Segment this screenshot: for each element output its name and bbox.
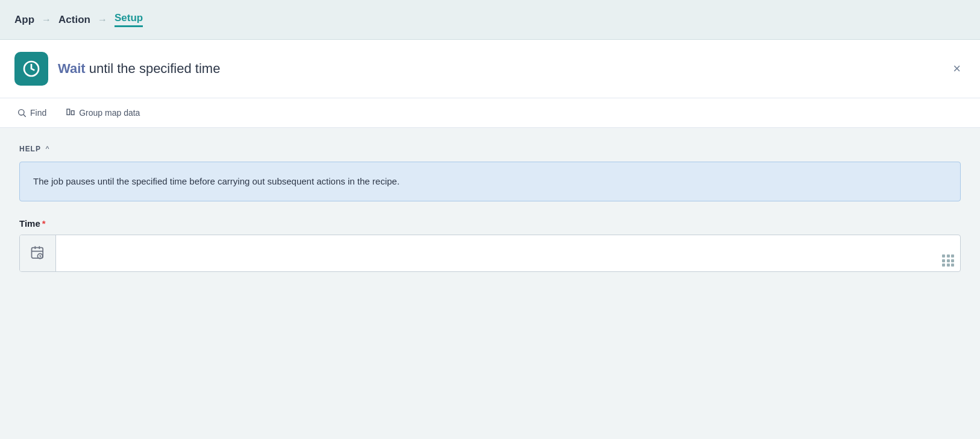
time-label-text: Time: [19, 218, 40, 229]
calendar-icon-button[interactable]: [20, 235, 56, 271]
clock-icon: [22, 59, 41, 78]
grid-dot: [951, 259, 954, 262]
svg-rect-3: [67, 109, 70, 115]
svg-line-2: [24, 115, 26, 117]
breadcrumb-arrow-2: →: [98, 14, 107, 25]
formula-icon-button[interactable]: [936, 235, 960, 271]
svg-point-1: [19, 110, 24, 115]
calendar-clock-icon: [30, 245, 46, 262]
find-button[interactable]: Find: [14, 104, 49, 121]
grid-dot: [951, 264, 954, 267]
breadcrumb-app[interactable]: App: [14, 14, 34, 26]
time-required-marker: *: [42, 218, 46, 229]
title-rest: until the specified time: [86, 61, 221, 76]
time-field-section: Time *: [19, 218, 961, 272]
grid-dot: [942, 259, 945, 262]
title-highlight: Wait: [58, 61, 86, 76]
svg-rect-4: [72, 111, 75, 115]
wait-icon-box: [14, 52, 48, 86]
search-icon: [17, 108, 27, 118]
time-field-label: Time *: [19, 218, 961, 229]
help-label: HELP: [19, 145, 41, 153]
title-left: Wait until the specified time: [14, 52, 220, 86]
grid-dot: [942, 264, 945, 267]
help-description: The job pauses until the specified time …: [33, 174, 947, 189]
help-chevron-icon: ^: [46, 145, 49, 153]
breadcrumb-setup[interactable]: Setup: [115, 12, 143, 27]
group-map-button[interactable]: Group map data: [63, 104, 142, 121]
toolbar-row: Find Group map data: [0, 98, 980, 128]
group-map-label: Group map data: [79, 108, 140, 118]
group-map-icon: [66, 108, 75, 118]
title-row: Wait until the specified time ×: [0, 40, 980, 98]
breadcrumb-arrow-1: →: [42, 14, 51, 25]
main-panel: Wait until the specified time × Find Gro…: [0, 40, 980, 439]
find-label: Find: [30, 108, 46, 118]
help-box: The job pauses until the specified time …: [19, 162, 961, 201]
grid-dot: [942, 254, 945, 257]
grid-dot: [951, 254, 954, 257]
grid-dot: [947, 259, 950, 262]
content-area: HELP ^ The job pauses until the specifie…: [0, 128, 980, 439]
close-button[interactable]: ×: [948, 60, 966, 78]
breadcrumb-action[interactable]: Action: [58, 14, 90, 26]
grid-dot: [947, 264, 950, 267]
grid-icon: [942, 254, 954, 267]
help-section-header[interactable]: HELP ^: [19, 145, 961, 153]
time-input-field[interactable]: [56, 235, 936, 271]
page-title: Wait until the specified time: [58, 61, 220, 77]
breadcrumb-bar: App → Action → Setup: [0, 0, 980, 40]
time-input-wrapper: [19, 235, 961, 272]
grid-dot: [947, 254, 950, 257]
